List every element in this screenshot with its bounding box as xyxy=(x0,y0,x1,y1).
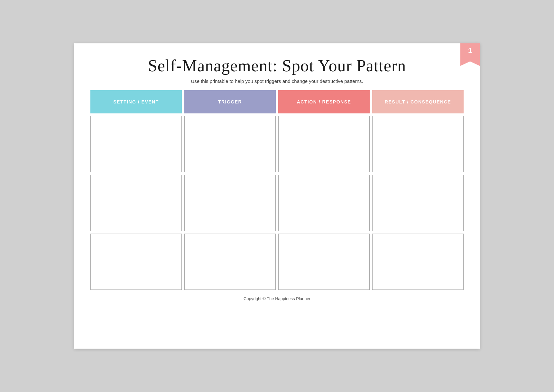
header-row: SETTING / EVENT TRIGGER ACTION / RESPONS… xyxy=(90,90,464,113)
subtitle: Use this printable to help you spot trig… xyxy=(90,78,464,84)
cell-row3-result[interactable] xyxy=(372,234,464,290)
header-setting: SETTING / EVENT xyxy=(90,90,182,113)
header-result: RESULT / CONSEQUENCE xyxy=(372,90,464,113)
header-trigger-label: TRIGGER xyxy=(218,99,242,104)
header-trigger: TRIGGER xyxy=(184,90,276,113)
table-row xyxy=(90,234,464,290)
page-number: 1 xyxy=(468,47,472,55)
page: 1 Self-Management: Spot Your Pattern Use… xyxy=(74,43,480,349)
cell-row2-trigger[interactable] xyxy=(184,175,276,231)
data-rows xyxy=(90,116,464,290)
main-title: Self-Management: Spot Your Pattern xyxy=(90,56,464,75)
title-section: Self-Management: Spot Your Pattern Use t… xyxy=(90,56,464,84)
cell-row2-result[interactable] xyxy=(372,175,464,231)
cell-row3-setting[interactable] xyxy=(90,234,182,290)
page-number-badge: 1 xyxy=(460,43,480,66)
table-row xyxy=(90,116,464,172)
table-row xyxy=(90,175,464,231)
table-section: SETTING / EVENT TRIGGER ACTION / RESPONS… xyxy=(90,90,464,290)
header-action: ACTION / RESPONSE xyxy=(278,90,370,113)
header-result-label: RESULT / CONSEQUENCE xyxy=(385,99,451,104)
cell-row1-trigger[interactable] xyxy=(184,116,276,172)
footer: Copyright © The Happiness Planner xyxy=(90,296,464,301)
cell-row3-action[interactable] xyxy=(278,234,370,290)
cell-row1-result[interactable] xyxy=(372,116,464,172)
cell-row2-setting[interactable] xyxy=(90,175,182,231)
cell-row2-action[interactable] xyxy=(278,175,370,231)
header-setting-label: SETTING / EVENT xyxy=(113,99,159,104)
header-action-label: ACTION / RESPONSE xyxy=(297,99,351,104)
copyright-text: Copyright © The Happiness Planner xyxy=(244,296,310,301)
cell-row1-setting[interactable] xyxy=(90,116,182,172)
cell-row3-trigger[interactable] xyxy=(184,234,276,290)
cell-row1-action[interactable] xyxy=(278,116,370,172)
